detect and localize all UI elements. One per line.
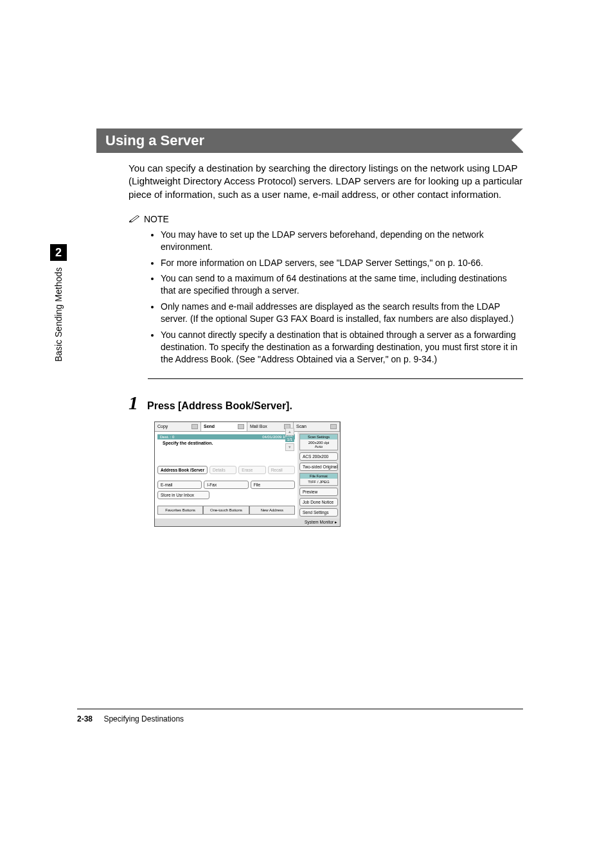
note-list: You may have to set up the LDAP servers … <box>129 229 523 366</box>
auto-label: Auto <box>301 445 336 448</box>
ifax-button[interactable]: I-Fax <box>204 481 248 489</box>
note-label-text: NOTE <box>144 214 169 224</box>
onetouch-buttons-tab[interactable]: One-touch Buttons <box>203 506 249 515</box>
chapter-label: Basic Sending Methods <box>53 267 64 362</box>
step-row: 1 Press [Address Book/Server]. <box>129 392 523 414</box>
page-footer: 2-38 Specifying Destinations <box>77 709 523 723</box>
footer-section-name: Specifying Destinations <box>103 714 184 723</box>
divider <box>148 378 523 379</box>
store-in-user-inbox-button[interactable]: Store in Usr Inbox <box>157 491 209 499</box>
scan-settings-panel: Scan Settings 200x200 dpi Auto <box>299 434 338 450</box>
step-instruction: Press [Address Book/Server]. <box>147 400 292 412</box>
note-item: You may have to set up the LDAP servers … <box>161 229 523 253</box>
address-book-server-button[interactable]: Address Book /Server <box>157 466 208 474</box>
top-tabs: Copy Send Mail Box Scan <box>155 422 340 432</box>
note-item: You cannot directly specify a destinatio… <box>161 329 523 366</box>
note-item: Only names and e-mail addresses are disp… <box>161 301 523 325</box>
note-block: NOTE You may have to set up the LDAP ser… <box>129 214 523 366</box>
acs-button[interactable]: ACS 200x200 <box>299 452 338 461</box>
page-up-button[interactable]: ▴ <box>285 428 294 436</box>
step-number: 1 <box>129 392 138 414</box>
tab-copy[interactable]: Copy <box>155 422 201 431</box>
prompt-text: Specify the destination. <box>163 441 295 445</box>
copy-icon <box>191 424 198 429</box>
recall-button[interactable]: Recall <box>268 466 295 474</box>
page-down-button[interactable]: ▾ <box>285 443 294 451</box>
dest-count: Dest. : 0 <box>160 435 174 439</box>
note-item: You can send to a maximum of 64 destinat… <box>161 272 523 297</box>
details-button[interactable]: Details <box>209 466 236 474</box>
send-settings-button[interactable]: Send Settings <box>299 508 338 517</box>
new-address-tab[interactable]: New Address <box>249 506 295 515</box>
email-button[interactable]: E-mail <box>157 481 202 489</box>
erase-button[interactable]: Erase <box>238 466 265 474</box>
file-format-panel: File Format TIFF / JPEG <box>299 473 338 486</box>
preview-button[interactable]: Preview <box>299 488 338 496</box>
side-tab: 2 Basic Sending Methods <box>50 244 67 362</box>
chapter-number: 2 <box>50 244 67 261</box>
section-header: Using a Server <box>96 128 523 153</box>
scan-settings-title: Scan Settings <box>300 434 337 439</box>
favorites-buttons-tab[interactable]: Favorites Buttons <box>157 506 203 515</box>
device-screenshot: Copy Send Mail Box Scan Dest. : 0 04/01/… <box>154 421 341 527</box>
job-done-notice-button[interactable]: Job Done Notice <box>299 498 338 506</box>
file-format-title: File Format <box>300 474 337 479</box>
file-button[interactable]: File <box>251 481 295 489</box>
tab-send[interactable]: Send <box>201 422 247 431</box>
intro-paragraph: You can specify a destination by searchi… <box>129 162 523 201</box>
send-icon <box>238 424 244 429</box>
note-item: For more information on LDAP servers, se… <box>161 257 523 269</box>
system-monitor-button[interactable]: System Monitor ▸ <box>155 518 340 526</box>
page-number: 2-38 <box>77 714 93 723</box>
status-bar: Dest. : 0 04/01/2009 10:10 <box>157 434 295 439</box>
note-icon <box>129 214 140 225</box>
file-format-value[interactable]: TIFF / JPEG <box>301 480 336 484</box>
section-title: Using a Server <box>105 132 204 148</box>
tab-scan[interactable]: Scan <box>294 422 340 431</box>
scan-icon <box>330 424 337 429</box>
two-sided-original-button[interactable]: Two-sided Original <box>299 463 338 471</box>
page-indicator: 1/1 <box>285 437 294 442</box>
